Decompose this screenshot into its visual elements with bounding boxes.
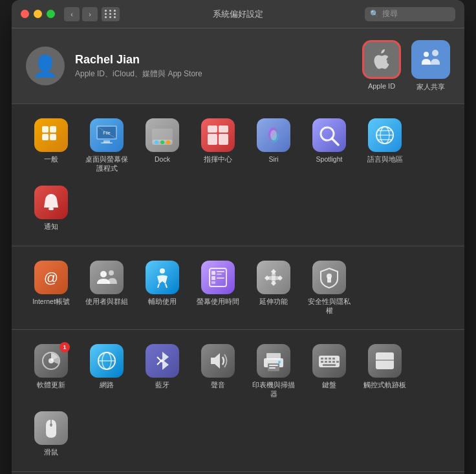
svg-rect-4 bbox=[42, 134, 49, 140]
svg-point-13 bbox=[155, 140, 158, 144]
svg-rect-41 bbox=[217, 271, 224, 272]
pref-item-users[interactable]: 使用者與群組 bbox=[81, 257, 132, 319]
svg-rect-64 bbox=[329, 358, 331, 360]
internet-label: Internet帳號 bbox=[32, 297, 70, 307]
svg-rect-58 bbox=[269, 365, 278, 366]
pref-item-mouse[interactable]: 滑鼠 bbox=[26, 407, 76, 461]
svg-point-15 bbox=[166, 140, 170, 144]
pref-item-trackpad[interactable]: 觸控式軌跡板 bbox=[360, 340, 410, 402]
svg-text:File: File bbox=[103, 131, 110, 135]
pref-item-general[interactable]: 一般 bbox=[26, 114, 76, 177]
svg-point-14 bbox=[160, 140, 164, 144]
pref-section-3: 1 軟體更新 網路 藍牙 bbox=[12, 330, 464, 472]
spotlight-label: Spotlight bbox=[316, 155, 343, 164]
family-sharing-label: 家人共享 bbox=[416, 82, 445, 92]
pref-grid-1: 一般 File 桌面與螢幕保護程式 Dock bbox=[26, 114, 450, 235]
search-placeholder: 搜尋 bbox=[382, 8, 398, 19]
svg-rect-71 bbox=[323, 364, 336, 366]
pref-item-security[interactable]: 安全性與隱私權 bbox=[304, 257, 354, 319]
bluetooth-label: 藍牙 bbox=[155, 381, 169, 390]
desktop-icon: File bbox=[90, 118, 124, 152]
pref-item-keyboard[interactable]: 鍵盤 bbox=[304, 340, 354, 402]
svg-rect-59 bbox=[269, 367, 276, 369]
pref-item-network[interactable]: 網路 bbox=[81, 340, 132, 402]
system-preferences-window: ‹ › 系統偏好設定 🔍 搜尋 👤 Rachel Jian Apple ID、i… bbox=[12, 0, 464, 474]
svg-point-21 bbox=[270, 130, 277, 140]
desktop-label: 桌面與螢幕保護程式 bbox=[84, 155, 129, 173]
svg-rect-70 bbox=[336, 361, 339, 363]
pref-item-desktop[interactable]: File 桌面與螢幕保護程式 bbox=[81, 114, 132, 177]
bluetooth-icon bbox=[146, 344, 179, 378]
pref-item-bluetooth[interactable]: 藍牙 bbox=[137, 340, 188, 402]
lang-icon bbox=[368, 118, 402, 152]
svg-rect-47 bbox=[327, 277, 331, 283]
svg-point-60 bbox=[278, 361, 281, 363]
svg-rect-2 bbox=[42, 126, 49, 133]
apple-id-label: Apple ID bbox=[368, 82, 395, 90]
traffic-lights bbox=[21, 10, 55, 18]
screentime-label: 螢幕使用時間 bbox=[197, 297, 239, 307]
avatar: 👤 bbox=[26, 47, 65, 85]
family-sharing-button[interactable]: 家人共享 bbox=[411, 40, 450, 92]
extension-label: 延伸功能 bbox=[259, 297, 288, 307]
svg-rect-69 bbox=[332, 361, 335, 363]
svg-point-33 bbox=[109, 270, 114, 275]
access-label: 輔助使用 bbox=[148, 297, 177, 307]
pref-item-internet[interactable]: @ Internet帳號 bbox=[26, 257, 76, 319]
svg-rect-65 bbox=[332, 358, 335, 360]
close-button[interactable] bbox=[21, 10, 29, 18]
svg-rect-40 bbox=[211, 281, 215, 284]
pref-item-lang[interactable]: 語言與地區 bbox=[360, 114, 410, 177]
svg-rect-39 bbox=[211, 276, 215, 280]
sound-icon bbox=[201, 344, 235, 378]
extension-icon bbox=[257, 261, 290, 294]
siri-icon bbox=[257, 118, 290, 152]
pref-item-notif[interactable]: 通知 bbox=[26, 182, 76, 235]
grid-view-button[interactable] bbox=[102, 7, 120, 21]
svg-rect-5 bbox=[50, 134, 56, 140]
user-subtitle: Apple ID、iCloud、媒體與 App Store bbox=[75, 69, 362, 80]
back-button[interactable]: ‹ bbox=[64, 7, 80, 21]
pref-item-spotlight[interactable]: Spotlight bbox=[304, 114, 354, 177]
forward-button[interactable]: › bbox=[82, 7, 98, 21]
pref-item-sound[interactable]: 聲音 bbox=[193, 340, 243, 402]
pref-grid-3: 1 軟體更新 網路 藍牙 bbox=[26, 340, 450, 461]
pref-item-extension[interactable]: 延伸功能 bbox=[248, 257, 299, 319]
pref-item-software[interactable]: 1 軟體更新 bbox=[26, 340, 76, 402]
trackpad-label: 觸控式軌跡板 bbox=[363, 381, 406, 390]
svg-rect-17 bbox=[219, 125, 228, 133]
internet-icon: @ bbox=[34, 261, 68, 294]
svg-rect-68 bbox=[329, 361, 331, 363]
svg-line-23 bbox=[332, 138, 338, 145]
pref-item-siri[interactable]: Siri bbox=[248, 114, 299, 177]
network-label: 網路 bbox=[100, 381, 114, 390]
sound-label: 聲音 bbox=[211, 381, 225, 390]
search-bar[interactable]: 🔍 搜尋 bbox=[365, 7, 455, 21]
profile-icons: Apple ID 家人共享 bbox=[362, 40, 450, 92]
maximize-button[interactable] bbox=[47, 10, 55, 18]
minimize-button[interactable] bbox=[34, 10, 42, 18]
svg-rect-16 bbox=[208, 125, 217, 133]
pref-item-printer[interactable]: 印表機與掃描器 bbox=[248, 340, 299, 402]
svg-point-32 bbox=[100, 271, 107, 277]
svg-rect-19 bbox=[219, 134, 228, 145]
svg-rect-67 bbox=[325, 361, 327, 363]
apple-id-button[interactable]: Apple ID bbox=[362, 40, 401, 92]
svg-line-36 bbox=[166, 284, 167, 288]
svg-rect-43 bbox=[217, 277, 224, 279]
printer-label: 印表機與掃描器 bbox=[251, 381, 296, 398]
mission-label: 指揮中心 bbox=[204, 155, 232, 164]
software-icon: 1 bbox=[34, 344, 68, 378]
pref-item-mission[interactable]: 指揮中心 bbox=[193, 114, 243, 177]
svg-point-30 bbox=[50, 194, 52, 197]
pref-item-dock[interactable]: Dock bbox=[137, 114, 188, 177]
keyboard-label: 鍵盤 bbox=[322, 381, 336, 390]
pref-item-screentime[interactable]: 螢幕使用時間 bbox=[193, 257, 243, 319]
svg-rect-62 bbox=[321, 358, 323, 360]
pref-item-access[interactable]: 輔助使用 bbox=[137, 257, 188, 319]
nav-buttons: ‹ › bbox=[64, 7, 98, 21]
svg-point-0 bbox=[424, 52, 429, 57]
svg-rect-9 bbox=[101, 142, 113, 144]
svg-rect-38 bbox=[211, 271, 215, 275]
user-info: Rachel Jian Apple ID、iCloud、媒體與 App Stor… bbox=[75, 53, 362, 80]
